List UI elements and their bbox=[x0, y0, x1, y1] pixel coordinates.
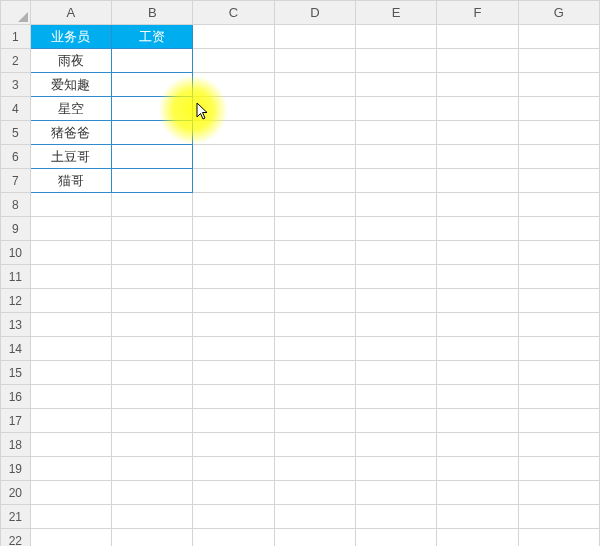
cell-D2[interactable] bbox=[274, 49, 355, 73]
cell-C21[interactable] bbox=[193, 505, 274, 529]
cell-G4[interactable] bbox=[518, 97, 599, 121]
cell-F15[interactable] bbox=[437, 361, 518, 385]
cell-C9[interactable] bbox=[193, 217, 274, 241]
cell-C17[interactable] bbox=[193, 409, 274, 433]
cell-F22[interactable] bbox=[437, 529, 518, 547]
cell-E19[interactable] bbox=[356, 457, 437, 481]
cell-F14[interactable] bbox=[437, 337, 518, 361]
cell-A1[interactable]: 业务员 bbox=[30, 25, 111, 49]
cell-C18[interactable] bbox=[193, 433, 274, 457]
select-all-corner[interactable] bbox=[1, 1, 31, 25]
cell-E18[interactable] bbox=[356, 433, 437, 457]
cell-A11[interactable] bbox=[30, 265, 111, 289]
cell-G11[interactable] bbox=[518, 265, 599, 289]
col-header-A[interactable]: A bbox=[30, 1, 111, 25]
cell-A9[interactable] bbox=[30, 217, 111, 241]
cell-D12[interactable] bbox=[274, 289, 355, 313]
col-header-D[interactable]: D bbox=[274, 1, 355, 25]
cell-F13[interactable] bbox=[437, 313, 518, 337]
cell-F16[interactable] bbox=[437, 385, 518, 409]
cell-E11[interactable] bbox=[356, 265, 437, 289]
cell-D14[interactable] bbox=[274, 337, 355, 361]
row-header-17[interactable]: 17 bbox=[1, 409, 31, 433]
cell-B3[interactable] bbox=[112, 73, 193, 97]
cell-D15[interactable] bbox=[274, 361, 355, 385]
cell-C16[interactable] bbox=[193, 385, 274, 409]
cell-E5[interactable] bbox=[356, 121, 437, 145]
cell-A4[interactable]: 星空 bbox=[30, 97, 111, 121]
cell-G2[interactable] bbox=[518, 49, 599, 73]
cell-G14[interactable] bbox=[518, 337, 599, 361]
row-header-16[interactable]: 16 bbox=[1, 385, 31, 409]
cell-B1[interactable]: 工资 bbox=[112, 25, 193, 49]
row-header-7[interactable]: 7 bbox=[1, 169, 31, 193]
cell-F4[interactable] bbox=[437, 97, 518, 121]
row-header-8[interactable]: 8 bbox=[1, 193, 31, 217]
cell-A19[interactable] bbox=[30, 457, 111, 481]
cell-C10[interactable] bbox=[193, 241, 274, 265]
cell-B19[interactable] bbox=[112, 457, 193, 481]
cell-A12[interactable] bbox=[30, 289, 111, 313]
cell-D16[interactable] bbox=[274, 385, 355, 409]
cell-E20[interactable] bbox=[356, 481, 437, 505]
cell-G7[interactable] bbox=[518, 169, 599, 193]
row-header-20[interactable]: 20 bbox=[1, 481, 31, 505]
cell-G5[interactable] bbox=[518, 121, 599, 145]
cell-F21[interactable] bbox=[437, 505, 518, 529]
cell-E21[interactable] bbox=[356, 505, 437, 529]
cell-G3[interactable] bbox=[518, 73, 599, 97]
cell-B4[interactable] bbox=[112, 97, 193, 121]
cell-C4[interactable] bbox=[193, 97, 274, 121]
cell-G1[interactable] bbox=[518, 25, 599, 49]
cell-G16[interactable] bbox=[518, 385, 599, 409]
row-header-18[interactable]: 18 bbox=[1, 433, 31, 457]
cell-D4[interactable] bbox=[274, 97, 355, 121]
cell-C7[interactable] bbox=[193, 169, 274, 193]
cell-C14[interactable] bbox=[193, 337, 274, 361]
cell-E9[interactable] bbox=[356, 217, 437, 241]
cell-D9[interactable] bbox=[274, 217, 355, 241]
cell-D8[interactable] bbox=[274, 193, 355, 217]
cell-G19[interactable] bbox=[518, 457, 599, 481]
cell-G13[interactable] bbox=[518, 313, 599, 337]
cell-G12[interactable] bbox=[518, 289, 599, 313]
col-header-E[interactable]: E bbox=[356, 1, 437, 25]
cell-C1[interactable] bbox=[193, 25, 274, 49]
cell-E7[interactable] bbox=[356, 169, 437, 193]
cell-C11[interactable] bbox=[193, 265, 274, 289]
cell-B11[interactable] bbox=[112, 265, 193, 289]
cell-A18[interactable] bbox=[30, 433, 111, 457]
row-header-2[interactable]: 2 bbox=[1, 49, 31, 73]
cell-C22[interactable] bbox=[193, 529, 274, 547]
row-header-13[interactable]: 13 bbox=[1, 313, 31, 337]
cell-F17[interactable] bbox=[437, 409, 518, 433]
row-header-14[interactable]: 14 bbox=[1, 337, 31, 361]
row-header-6[interactable]: 6 bbox=[1, 145, 31, 169]
col-header-G[interactable]: G bbox=[518, 1, 599, 25]
cell-B6[interactable] bbox=[112, 145, 193, 169]
row-header-4[interactable]: 4 bbox=[1, 97, 31, 121]
cell-G18[interactable] bbox=[518, 433, 599, 457]
cell-E10[interactable] bbox=[356, 241, 437, 265]
cell-D1[interactable] bbox=[274, 25, 355, 49]
cell-E14[interactable] bbox=[356, 337, 437, 361]
cell-A22[interactable] bbox=[30, 529, 111, 547]
cell-A10[interactable] bbox=[30, 241, 111, 265]
cell-D5[interactable] bbox=[274, 121, 355, 145]
cell-C5[interactable] bbox=[193, 121, 274, 145]
cell-B16[interactable] bbox=[112, 385, 193, 409]
cell-F19[interactable] bbox=[437, 457, 518, 481]
cell-A2[interactable]: 雨夜 bbox=[30, 49, 111, 73]
cell-E1[interactable] bbox=[356, 25, 437, 49]
cell-A15[interactable] bbox=[30, 361, 111, 385]
cell-D17[interactable] bbox=[274, 409, 355, 433]
cell-E3[interactable] bbox=[356, 73, 437, 97]
cell-B18[interactable] bbox=[112, 433, 193, 457]
cell-A17[interactable] bbox=[30, 409, 111, 433]
cell-E17[interactable] bbox=[356, 409, 437, 433]
cell-E4[interactable] bbox=[356, 97, 437, 121]
cell-D11[interactable] bbox=[274, 265, 355, 289]
cell-F12[interactable] bbox=[437, 289, 518, 313]
cell-D20[interactable] bbox=[274, 481, 355, 505]
cell-G9[interactable] bbox=[518, 217, 599, 241]
